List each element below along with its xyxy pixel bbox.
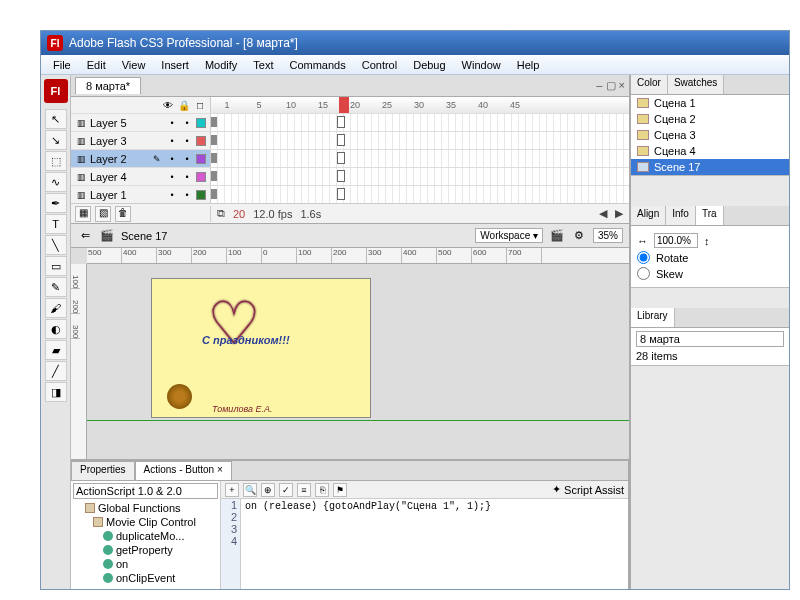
- layer-row[interactable]: ▥Layer 4••: [71, 167, 629, 185]
- menu-insert[interactable]: Insert: [153, 57, 197, 73]
- menu-commands[interactable]: Commands: [281, 57, 353, 73]
- titlebar: Fl Adobe Flash CS3 Professional - [8 мар…: [41, 31, 789, 55]
- transform-tab[interactable]: Tra: [696, 206, 724, 225]
- doc-window-controls[interactable]: – ▢ ×: [596, 79, 625, 92]
- menu-modify[interactable]: Modify: [197, 57, 245, 73]
- properties-tab[interactable]: Properties: [71, 461, 135, 480]
- layer-row[interactable]: ▥Layer 1••: [71, 185, 629, 203]
- menu-help[interactable]: Help: [509, 57, 548, 73]
- rectangle-tool[interactable]: ▭: [45, 256, 67, 276]
- folder-icon: [85, 503, 95, 513]
- layer-name: Layer 5: [90, 117, 127, 129]
- scene-icon: 🎬: [99, 228, 115, 244]
- timeline-footer: ▦ ▧ 🗑 ⧉ 20 12.0 fps 1.6s ◀ ▶: [71, 203, 629, 223]
- tree-item[interactable]: on: [116, 558, 128, 570]
- doc-tab[interactable]: 8 марта*: [75, 77, 141, 94]
- pencil-tool[interactable]: ✎: [45, 277, 67, 297]
- add-snippet-button[interactable]: +: [225, 483, 239, 497]
- ink-bottle-tool[interactable]: ◐: [45, 319, 67, 339]
- code-editor: + 🔍 ⊕ ✓ ≡ ⎘ ⚑ ✦Script Assist: [221, 481, 628, 589]
- scene-item[interactable]: Сцена 3: [631, 127, 789, 143]
- lock-icon[interactable]: 🔒: [178, 100, 190, 111]
- menu-view[interactable]: View: [114, 57, 154, 73]
- actions-tab[interactable]: Actions - Button ×: [135, 461, 232, 480]
- onion-skin-icon[interactable]: ⧉: [217, 207, 225, 220]
- menu-debug[interactable]: Debug: [405, 57, 453, 73]
- rotate-radio[interactable]: [637, 251, 650, 264]
- layer-name: Layer 1: [90, 189, 127, 201]
- show-hint-button[interactable]: ⎘: [315, 483, 329, 497]
- stage[interactable]: ♡ С праздником!!! Томилова Е.А.: [151, 278, 371, 418]
- edit-scene-icon[interactable]: 🎬: [549, 228, 565, 244]
- color-tab[interactable]: Color: [631, 75, 668, 94]
- layer-row[interactable]: ▥Layer 5••: [71, 113, 629, 131]
- menu-edit[interactable]: Edit: [79, 57, 114, 73]
- line-tool[interactable]: ╲: [45, 235, 67, 255]
- check-syntax-button[interactable]: ✓: [279, 483, 293, 497]
- scene-item[interactable]: Сцена 4: [631, 143, 789, 159]
- scroll-right-icon[interactable]: ▶: [615, 207, 623, 220]
- layer-row[interactable]: ▥Layer 2✎••: [71, 149, 629, 167]
- back-icon[interactable]: ⇐: [77, 228, 93, 244]
- eyedropper-tool[interactable]: ╱: [45, 361, 67, 381]
- scale-x-input[interactable]: [654, 233, 698, 248]
- tick: 5: [243, 100, 275, 110]
- document-tabs: 8 марта* – ▢ ×: [71, 75, 629, 97]
- layer-name: Layer 2: [90, 153, 127, 165]
- script-assist-label[interactable]: Script Assist: [564, 484, 624, 496]
- menu-file[interactable]: File: [45, 57, 79, 73]
- swatches-tab[interactable]: Swatches: [668, 75, 724, 94]
- delete-layer-button[interactable]: 🗑: [115, 206, 131, 222]
- auto-format-button[interactable]: ≡: [297, 483, 311, 497]
- tree-item[interactable]: Movie Clip Control: [106, 516, 196, 528]
- scroll-left-icon[interactable]: ◀: [599, 207, 607, 220]
- library-tab[interactable]: Library: [631, 308, 675, 327]
- playhead[interactable]: [339, 97, 349, 113]
- layer-row[interactable]: ▥Layer 3••: [71, 131, 629, 149]
- rotate-label: Rotate: [656, 252, 688, 264]
- menu-control[interactable]: Control: [354, 57, 405, 73]
- menu-text[interactable]: Text: [245, 57, 281, 73]
- outline-icon[interactable]: □: [194, 100, 206, 111]
- eraser-tool[interactable]: ◨: [45, 382, 67, 402]
- selection-tool[interactable]: ↖: [45, 109, 67, 129]
- frame-ruler[interactable]: 1 5 10 15 20 25 30 35 40 45: [211, 97, 629, 113]
- library-doc-select[interactable]: 8 марта: [636, 331, 784, 347]
- info-tab[interactable]: Info: [666, 206, 696, 225]
- scene-item[interactable]: Сцена 1: [631, 95, 789, 111]
- pen-tool[interactable]: ✒: [45, 193, 67, 213]
- tree-item[interactable]: Global Functions: [98, 502, 181, 514]
- menu-window[interactable]: Window: [454, 57, 509, 73]
- brush-tool[interactable]: 🖌: [45, 298, 67, 318]
- actionscript-tree[interactable]: ActionScript 1.0 & 2.0 Global Functions …: [71, 481, 221, 589]
- new-layer-button[interactable]: ▦: [75, 206, 91, 222]
- subselection-tool[interactable]: ↘: [45, 130, 67, 150]
- lasso-tool[interactable]: ∿: [45, 172, 67, 192]
- tree-item[interactable]: getProperty: [116, 544, 173, 556]
- as-version-select[interactable]: ActionScript 1.0 & 2.0: [73, 483, 218, 499]
- color-panel: Color Swatches Сцена 1 Сцена 2 Сцена 3 С…: [631, 75, 789, 176]
- zoom-dropdown[interactable]: 35%: [593, 228, 623, 243]
- debug-button[interactable]: ⚑: [333, 483, 347, 497]
- workspace-dropdown[interactable]: Workspace ▾: [475, 228, 543, 243]
- new-folder-button[interactable]: ▧: [95, 206, 111, 222]
- text-tool[interactable]: T: [45, 214, 67, 234]
- find-button[interactable]: 🔍: [243, 483, 257, 497]
- tick: 45: [499, 100, 531, 110]
- paint-bucket-tool[interactable]: ▰: [45, 340, 67, 360]
- canvas-area[interactable]: 5004003002001000100200300400500600700 10…: [71, 248, 629, 459]
- tree-item[interactable]: onClipEvent: [116, 572, 175, 584]
- eye-icon[interactable]: 👁: [162, 100, 174, 111]
- timeline-panel: 👁 🔒 □ 1 5 10 15 20 25 30 35 40 4: [71, 97, 629, 224]
- edit-symbol-icon[interactable]: ⚙: [571, 228, 587, 244]
- current-frame: 20: [233, 208, 245, 220]
- free-transform-tool[interactable]: ⬚: [45, 151, 67, 171]
- target-button[interactable]: ⊕: [261, 483, 275, 497]
- align-tab[interactable]: Align: [631, 206, 666, 225]
- scene-item[interactable]: Сцена 2: [631, 111, 789, 127]
- guide-line[interactable]: [87, 420, 629, 421]
- tree-item[interactable]: duplicateMo...: [116, 530, 184, 542]
- scene-item[interactable]: Scene 17: [631, 159, 789, 175]
- skew-radio[interactable]: [637, 267, 650, 280]
- code-text[interactable]: on (release) {gotoAndPlay("Сцена 1", 1);…: [241, 499, 628, 589]
